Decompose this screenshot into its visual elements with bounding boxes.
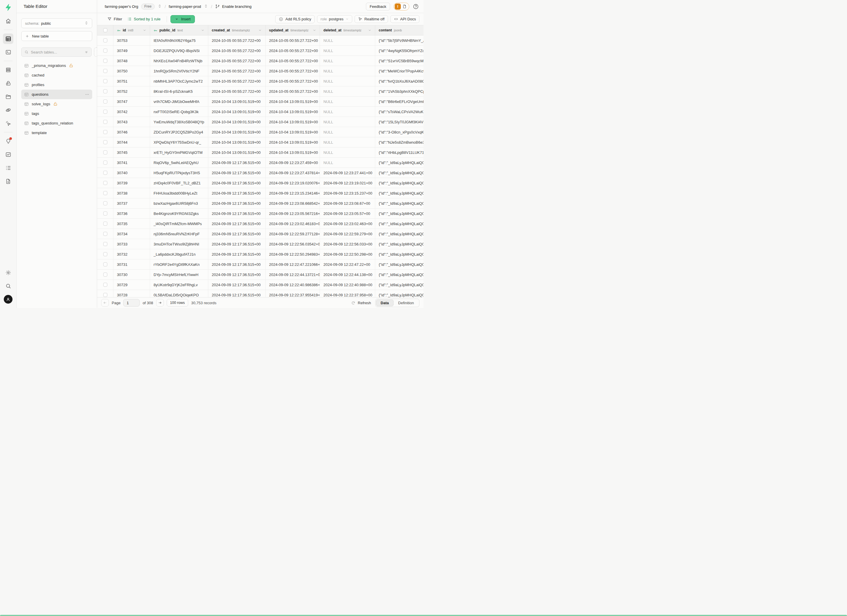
row-select-cell[interactable]	[97, 249, 114, 259]
refresh-button[interactable]: Refresh	[351, 301, 371, 305]
cell-id[interactable]: 30743	[114, 117, 150, 127]
cell-id[interactable]: 30741	[114, 158, 150, 168]
cell-updated_at[interactable]: 2024-09-09 12:23:27.437814+00	[266, 168, 320, 178]
cell-created_at[interactable]: 2024-09-09 12:17:36.515+00	[208, 178, 266, 188]
chevron-down-icon[interactable]	[201, 28, 205, 32]
table-row[interactable]: 30747vrIh7CMD-JtM1bOweMHfA2024-10-04 13:…	[97, 97, 424, 107]
cell-deleted_at[interactable]: NULL	[320, 97, 375, 106]
chevron-down-icon[interactable]	[258, 28, 262, 32]
table-row[interactable]: 30732_La6pddxcKJIbgufATJ1n2024-09-09 12:…	[97, 249, 424, 259]
cell-updated_at[interactable]: 2024-10-05 00:55:27.722+00	[266, 76, 320, 86]
row-select-cell[interactable]	[97, 137, 114, 147]
org-breadcrumb[interactable]: farming-paper's Org	[105, 4, 138, 9]
cell-deleted_at[interactable]: NULL	[320, 137, 375, 147]
cell-deleted_at[interactable]: 2024-09-09 12:22:56.033+00	[320, 239, 375, 249]
cell-deleted_at[interactable]: NULL	[320, 147, 375, 157]
cell-updated_at[interactable]: 2024-09-09 12:22:47.221066+00	[266, 259, 320, 269]
cell-created_at[interactable]: 2024-09-09 12:17:36.515+00	[208, 280, 266, 290]
cell-deleted_at[interactable]: NULL	[320, 117, 375, 127]
table-row[interactable]: 307501hnRQjxSRm2V0VticY2NF2024-10-05 00:…	[97, 66, 424, 76]
table-row[interactable]: 307333muDHTceTWso9IZj8hHNI2024-09-09 12:…	[97, 239, 424, 249]
cell-content[interactable]: {"id":"_Id9aLyJpMHQLaiQ0	[375, 229, 424, 239]
row-select-cell[interactable]	[97, 259, 114, 269]
nav-edge-functions[interactable]	[3, 105, 13, 115]
table-row[interactable]: 30745xrETl_HyGY0mPMGVqtOTM2024-10-04 13:…	[97, 147, 424, 158]
cell-content[interactable]: {"id":"_Id9aLyJpMHQLaiQ0	[375, 158, 424, 168]
cell-id[interactable]: 30734	[114, 229, 150, 239]
nav-storage[interactable]	[3, 91, 13, 102]
row-select-cell[interactable]	[97, 35, 114, 46]
row-checkbox[interactable]	[103, 273, 107, 277]
prev-page-button[interactable]	[101, 299, 109, 307]
cell-content[interactable]: {"id":"_Id9aLyJpMHQLaiQ0	[375, 239, 424, 249]
cell-created_at[interactable]: 2024-10-05 00:55:27.722+00	[208, 76, 266, 86]
cell-public_id[interactable]: 1hnRQjxSRm2V0VticY2NF	[150, 66, 208, 76]
column-header-updated-at[interactable]: updated_at timestamptz	[266, 25, 320, 35]
table-row[interactable]: 30730DYp-7mcyMSIrHefLYIwwH2024-09-09 12:…	[97, 270, 424, 280]
sidebar-item-solve_logs[interactable]: solve_logs	[21, 99, 92, 109]
cell-created_at[interactable]: 2024-10-05 00:55:27.722+00	[208, 56, 266, 66]
row-select-cell[interactable]	[97, 178, 114, 188]
cell-created_at[interactable]: 2024-09-09 12:17:36.515+00	[208, 249, 266, 259]
row-checkbox[interactable]	[103, 283, 107, 287]
cell-content[interactable]: {"id":"B6tr6eEFLrOVgeUmH	[375, 97, 424, 106]
row-select-cell[interactable]	[97, 209, 114, 218]
row-checkbox[interactable]	[103, 252, 107, 256]
cell-deleted_at[interactable]: NULL	[320, 76, 375, 86]
row-select-cell[interactable]	[97, 127, 114, 137]
row-select-cell[interactable]	[97, 147, 114, 157]
column-header-deleted-at[interactable]: deleted_at timestamptz	[320, 25, 375, 35]
cell-public_id[interactable]: rYbORF2e4YgDt9fKAXaKn	[150, 259, 208, 269]
table-row[interactable]: 30731rYbORF2e4YgDt9fKAXaKn2024-09-09 12:…	[97, 259, 424, 270]
cell-updated_at[interactable]: 2024-10-05 00:55:27.722+00	[266, 56, 320, 66]
cell-created_at[interactable]: 2024-09-09 12:17:36.515+00	[208, 229, 266, 239]
row-select-cell[interactable]	[97, 239, 114, 249]
table-row[interactable]: 30736Be4KignzoK9YRGNI3Zgks2024-09-09 12:…	[97, 209, 424, 219]
cell-content[interactable]: {"id":"1VASb3phnXXkQPCpv	[375, 86, 424, 96]
row-select-cell[interactable]	[97, 290, 114, 297]
sidebar-item-tags_questions_relation[interactable]: tags_questions_relation	[21, 118, 92, 128]
cell-deleted_at[interactable]: NULL	[320, 158, 375, 168]
project-breadcrumb[interactable]: farming-paper-prod	[169, 4, 201, 9]
cell-content[interactable]: {"id":"_Id9aLyJpMHQLaiQ0	[375, 209, 424, 218]
cell-public_id[interactable]: bzwXazHgax6UIR58j6Fn3	[150, 198, 208, 208]
cell-updated_at[interactable]: 2024-09-09 12:22:37.955419+00	[266, 290, 320, 297]
row-checkbox[interactable]	[103, 79, 107, 83]
nav-authentication[interactable]	[3, 78, 13, 88]
column-header-content[interactable]: content jsonb	[375, 25, 424, 35]
row-select-cell[interactable]	[97, 229, 114, 239]
row-checkbox[interactable]	[103, 69, 107, 73]
row-select-cell[interactable]	[97, 270, 114, 280]
cell-deleted_at[interactable]: NULL	[320, 66, 375, 76]
table-row[interactable]: 30740H5uqFKpRUTPkjxdysT3HS2024-09-09 12:…	[97, 168, 424, 178]
cell-id[interactable]: 30747	[114, 97, 150, 106]
row-select-cell[interactable]	[97, 219, 114, 228]
cell-public_id[interactable]: DYp-7mcyMSIrHefLYIwwH	[150, 270, 208, 280]
row-checkbox[interactable]	[103, 150, 107, 155]
cell-content[interactable]: {"id":"5b7j5Pz9WHBNmY_A	[375, 35, 424, 46]
cell-updated_at[interactable]: 2024-09-09 12:23:05.567216+00	[266, 209, 320, 218]
nav-logs[interactable]	[3, 162, 13, 173]
cell-created_at[interactable]: 2024-10-05 00:55:27.722+00	[208, 35, 266, 46]
cell-updated_at[interactable]: 2024-09-09 12:22:44.13721+00	[266, 270, 320, 280]
sidebar-item-template[interactable]: template	[21, 128, 92, 137]
table-row[interactable]: 307280L5BAfDaLDl5rQOiqeKPO2024-09-09 12:…	[97, 290, 424, 297]
cell-public_id[interactable]: 8yUKotr9qGYjK2eFRhgLv	[150, 280, 208, 290]
cell-updated_at[interactable]: 2024-09-09 12:23:15.234146+00	[266, 188, 320, 198]
table-row[interactable]: 30741RiqOV6p_5wihLelAEQyhU2024-09-09 12:…	[97, 158, 424, 168]
select-all-checkbox[interactable]	[103, 28, 107, 32]
nav-settings[interactable]	[3, 267, 13, 278]
sort-button[interactable]: Sorted by 1 rule	[125, 15, 163, 23]
cell-updated_at[interactable]: 2024-10-04 13:09:01.519+00	[266, 107, 320, 116]
cell-content[interactable]: {"id":"_Id9aLyJpMHQLaiQ0	[375, 280, 424, 290]
cell-created_at[interactable]: 2024-10-05 00:55:27.722+00	[208, 86, 266, 96]
cell-public_id[interactable]: DGEJfJZPQUV9Q-IBqsNSi	[150, 46, 208, 56]
cell-id[interactable]: 30751	[114, 76, 150, 86]
cell-updated_at[interactable]: 2024-10-04 13:09:01.519+00	[266, 117, 320, 127]
role-select[interactable]: role postgres	[317, 15, 352, 23]
cell-deleted_at[interactable]: NULL	[320, 107, 375, 116]
cell-id[interactable]: 30736	[114, 209, 150, 218]
sidebar-item-tags[interactable]: tags	[21, 109, 92, 118]
sidebar-item-_prisma_migrations[interactable]: _prisma_migrations	[21, 61, 92, 71]
row-checkbox[interactable]	[103, 49, 107, 53]
